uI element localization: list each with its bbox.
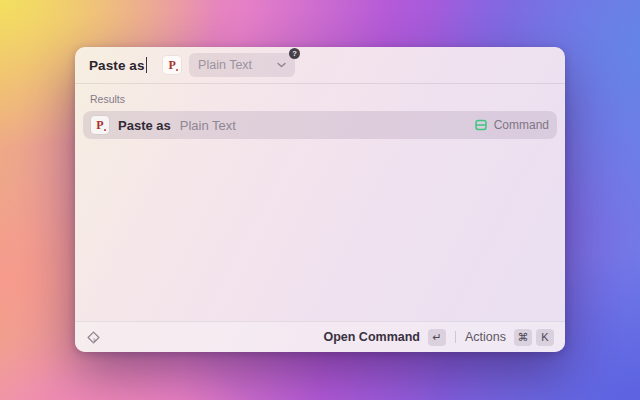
open-command-button[interactable]: Open Command <box>323 330 420 344</box>
raycast-logo-icon <box>86 330 101 345</box>
desktop-background: Paste as P Plain Text ? Results P Paste <box>0 0 640 400</box>
chevron-down-icon <box>277 62 286 68</box>
extension-icon-dot <box>176 69 179 72</box>
empty-content-area <box>75 139 565 321</box>
text-caret <box>146 57 148 73</box>
footer-separator <box>455 331 456 343</box>
results-section-label: Results <box>75 84 565 111</box>
paste-as-plain-text-icon: P <box>91 116 109 134</box>
command-type-icon <box>474 118 488 132</box>
search-query-text[interactable]: Paste as <box>89 58 145 73</box>
argument-selected-value: Plain Text <box>198 58 273 72</box>
cmd-key-badge: ⌘ <box>514 329 532 346</box>
actions-button[interactable]: Actions <box>465 330 506 344</box>
launcher-window: Paste as P Plain Text ? Results P Paste <box>75 47 565 352</box>
extension-icon-glyph: P <box>168 59 175 71</box>
result-row-paste-as-plain-text[interactable]: P Paste as Plain Text Command <box>83 111 557 139</box>
argument-dropdown[interactable]: Plain Text ? <box>189 53 295 77</box>
result-type-label: Command <box>494 118 549 132</box>
paste-as-plain-text-icon: P <box>163 56 181 74</box>
search-bar[interactable]: Paste as P Plain Text ? <box>75 47 565 83</box>
extension-icon-dot <box>104 129 107 132</box>
extension-icon-glyph: P <box>96 119 103 131</box>
result-subtitle: Plain Text <box>180 118 236 133</box>
k-key-badge: K <box>536 329 554 346</box>
footer-bar: Open Command ↵ Actions ⌘ K <box>75 321 565 352</box>
result-title: Paste as <box>118 118 171 133</box>
help-badge[interactable]: ? <box>289 48 300 59</box>
return-key-badge: ↵ <box>428 329 446 346</box>
